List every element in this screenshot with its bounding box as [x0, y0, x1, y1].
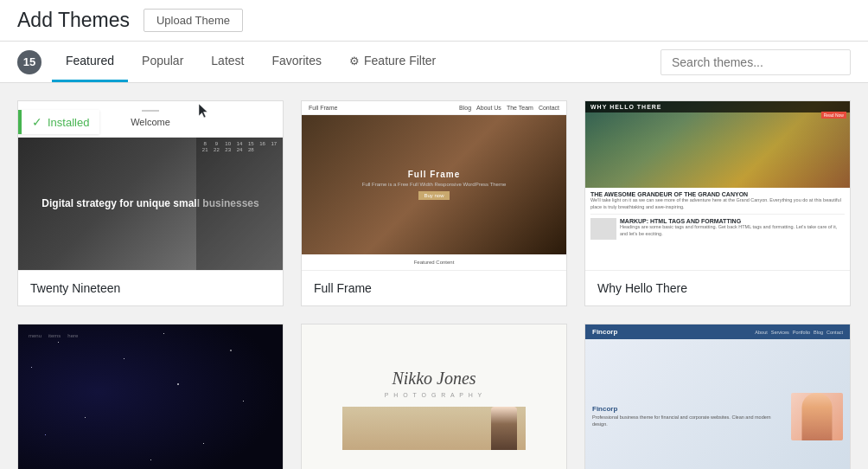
theme-thumbnail-twenty-nineteen: Welcome Digital strategy for unique smal…	[18, 101, 283, 270]
theme-name-twenty-nineteen: Twenty Nineteen	[18, 270, 283, 305]
theme-card-twenty-nineteen[interactable]: Welcome Digital strategy for unique smal…	[17, 100, 284, 306]
theme-thumbnail-starfield: be| home menu items here	[18, 324, 283, 469]
theme-card-nikki-jones[interactable]: Nikko Jones P H O T O G R A P H Y Nikki …	[301, 324, 567, 469]
t19-calendar: 8910 14151617 21222324 28	[196, 138, 283, 270]
fc-topbar: Fincorp About Services Portfolio Blog Co…	[585, 324, 850, 339]
theme-card-fincorp[interactable]: Fincorp About Services Portfolio Blog Co…	[584, 324, 851, 469]
theme-thumbnail-full-frame: Full Frame Blog About Us The Team Contac…	[302, 101, 566, 270]
fc-hero: Fincorp Professional business theme for …	[585, 339, 850, 469]
ff-top-bar: Full Frame Blog About Us The Team Contac…	[302, 101, 566, 115]
theme-card-starfield[interactable]: be| home menu items here Starfield	[17, 324, 284, 469]
check-icon: ✓	[32, 115, 42, 129]
tab-popular[interactable]: Popular	[128, 42, 197, 82]
upload-theme-button[interactable]: Upload Theme	[144, 9, 243, 32]
theme-thumbnail-fincorp: Fincorp About Services Portfolio Blog Co…	[585, 324, 850, 469]
theme-card-why-hello-there[interactable]: WHY HELLO THERE Read Now THE AWESOME GRA…	[584, 100, 851, 306]
page-header: Add Themes Upload Theme	[0, 0, 868, 42]
themes-grid: Welcome Digital strategy for unique smal…	[17, 100, 851, 469]
theme-name-why-hello-there: Why Hello There	[585, 270, 850, 305]
theme-thumbnail-why-hello-there: WHY HELLO THERE Read Now THE AWESOME GRA…	[585, 101, 850, 270]
search-box	[661, 49, 851, 75]
tabs-container: Featured Popular Latest Favorites ⚙ Feat…	[52, 42, 661, 82]
tab-feature-filter[interactable]: ⚙ Feature Filter	[335, 42, 450, 82]
tab-latest[interactable]: Latest	[197, 42, 258, 82]
theme-card-full-frame[interactable]: Full Frame Blog About Us The Team Contac…	[301, 100, 567, 306]
gear-icon: ⚙	[349, 55, 360, 67]
wht-hero: WHY HELLO THERE Read Now	[585, 101, 850, 188]
page-title: Add Themes	[17, 9, 130, 32]
ff-featured-label: Featured Content	[302, 254, 566, 270]
installed-badge: ✓ Installed	[18, 110, 99, 134]
t19-hero: Digital strategy for unique small busine…	[18, 138, 283, 270]
tab-favorites[interactable]: Favorites	[258, 42, 335, 82]
search-input[interactable]	[661, 49, 851, 75]
ff-hero: Full Frame Full Frame is a Free Full Wid…	[302, 115, 566, 254]
themes-count-badge: 15	[17, 50, 41, 74]
tab-featured[interactable]: Featured	[52, 42, 128, 82]
tabs-bar: 15 Featured Popular Latest Favorites ⚙ F…	[0, 42, 868, 83]
theme-thumbnail-nikki-jones: Nikko Jones P H O T O G R A P H Y	[302, 324, 566, 469]
themes-content: Welcome Digital strategy for unique smal…	[0, 83, 868, 469]
theme-name-full-frame: Full Frame	[302, 270, 566, 305]
